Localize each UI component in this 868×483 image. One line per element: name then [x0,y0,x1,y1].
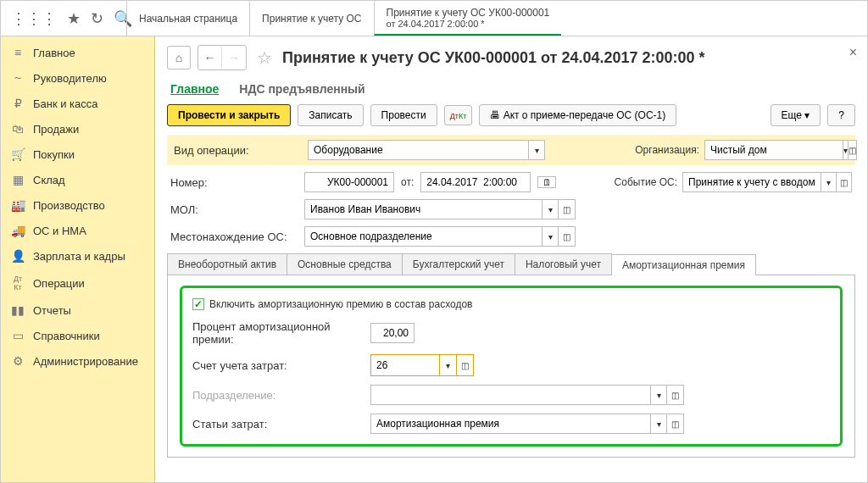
star-icon[interactable]: ★ [67,9,81,28]
dropdown-icon[interactable]: ▾ [439,355,456,375]
open-tabs: Начальная страница Принятие к учету ОС П… [126,1,561,36]
sidebar-item-production[interactable]: 🏭Производство [1,192,154,218]
location-field[interactable] [304,226,542,247]
dropdown-icon[interactable]: ▾ [528,140,545,160]
more-button[interactable]: Еще ▾ [771,104,821,126]
sidebar: ≡Главное ~Руководителю ₽Банк и касса 🛍Пр… [1,36,155,482]
debit-credit-button[interactable]: ДтКт [444,105,473,125]
include-bonus-checkbox[interactable]: ✓ [192,298,204,310]
open-ref-icon[interactable]: ◫ [667,414,684,434]
barchart-icon: ▮▮ [11,303,25,317]
open-ref-icon[interactable]: ◫ [559,226,576,247]
tab-asset-accept-list[interactable]: Принятие к учету ОС [249,1,373,36]
tab-tax-accounting[interactable]: Налоговый учет [515,253,612,275]
sidebar-item-purchases[interactable]: 🛒Покупки [1,142,154,167]
dropdown-icon[interactable]: ▾ [542,226,559,247]
dropdown-icon[interactable]: ▾ [650,385,667,405]
cost-item-field[interactable] [370,414,650,434]
cost-item-label: Статьи затрат: [192,418,362,430]
forward-button: → [222,46,246,69]
dropdown-icon[interactable]: ▾ [821,172,837,192]
op-type-field[interactable] [308,140,528,160]
sidebar-item-salary[interactable]: 👤Зарплата и кадры [1,243,154,269]
open-ref-icon[interactable]: ◫ [456,355,473,375]
number-field[interactable] [304,172,394,192]
tab-asset-accept-doc[interactable]: Принятие к учету ОС УК00-000001 от 24.04… [374,1,562,36]
op-type-label: Вид операции: [174,144,301,157]
sidebar-item-operations[interactable]: ДтКтОперации [1,269,154,297]
include-bonus-label: Включить амортизационную премию в состав… [209,298,472,310]
dropdown-icon[interactable]: ▾ [650,414,667,434]
sidebar-item-label: Операции [33,277,85,290]
subdivision-label: Подразделение: [192,389,362,402]
tab-depreciation-bonus[interactable]: Амортизационная премия [611,254,756,275]
favorite-star-icon[interactable]: ☆ [257,47,272,68]
tab-label: Принятие к учету ОС УК00-000001 [387,7,550,19]
location-label: Местонахождение ОС: [170,230,298,243]
calendar-icon[interactable]: 🗓 [537,176,556,188]
sidebar-item-bank[interactable]: ₽Банк и касса [1,91,154,116]
post-button[interactable]: Провести [370,104,437,126]
close-icon[interactable]: × [849,45,857,60]
open-ref-icon[interactable]: ◫ [667,385,684,405]
tab-fixed-assets[interactable]: Основные средства [287,253,403,275]
chart-icon: ~ [11,71,25,85]
apps-icon[interactable]: ⋮⋮⋮ [11,9,57,28]
topbar: ⋮⋮⋮ ★ ↻ 🔍 Начальная страница Принятие к … [1,1,867,36]
back-button[interactable]: ← [198,46,222,69]
boxes-icon: ▦ [11,173,25,186]
tab-noncurrent-asset[interactable]: Внеоборотный актив [167,253,287,275]
sidebar-item-label: ОС и НМА [33,225,86,237]
date-field[interactable] [420,172,531,192]
history-icon[interactable]: ↻ [91,9,103,28]
sidebar-item-label: Справочники [33,330,100,342]
sidebar-item-manager[interactable]: ~Руководителю [1,65,154,91]
org-label: Организация: [635,144,699,156]
tab-home[interactable]: Начальная страница [126,1,249,36]
open-ref-icon[interactable]: ◫ [559,199,576,219]
gear-icon: ⚙ [11,354,25,368]
cost-account-label: Счет учета затрат: [192,359,362,372]
open-ref-icon[interactable]: ◫ [849,140,857,160]
post-and-close-button[interactable]: Провести и закрыть [167,104,291,126]
menu-icon: ≡ [11,46,25,59]
bonus-highlight-box: ✓ Включить амортизационную премию в сост… [180,286,843,447]
section-tab-main[interactable]: Главное [170,82,219,96]
dropdown-icon[interactable]: ▾ [843,140,849,160]
sidebar-item-admin[interactable]: ⚙Администрирование [1,348,154,374]
tab-label: Начальная страница [139,13,237,25]
chevron-down-icon: ▾ [804,109,810,121]
sidebar-item-catalogs[interactable]: ▭Справочники [1,323,154,348]
sidebar-item-sales[interactable]: 🛍Продажи [1,116,154,142]
home-button[interactable]: ⌂ [167,46,191,69]
dropdown-icon[interactable]: ▾ [542,199,559,219]
truck-icon: 🚚 [11,224,25,237]
cost-account-field[interactable] [371,355,439,375]
sidebar-item-assets[interactable]: 🚚ОС и НМА [1,218,154,243]
person-icon: 👤 [11,249,25,263]
tab-accounting[interactable]: Бухгалтерский учет [402,253,515,275]
bag-icon: 🛍 [11,122,25,136]
print-act-button[interactable]: 🖶 Акт о приеме-передаче ОС (ОС-1) [479,104,676,126]
sidebar-item-reports[interactable]: ▮▮Отчеты [1,297,154,323]
percent-field[interactable] [370,323,415,343]
mol-label: МОЛ: [170,203,298,216]
sidebar-item-warehouse[interactable]: ▦Склад [1,167,154,192]
sidebar-item-label: Руководителю [33,72,107,85]
sidebar-item-label: Производство [33,199,105,212]
mol-field[interactable] [304,199,542,219]
help-button[interactable]: ? [827,104,855,126]
percent-label: Процент амортизационной премии: [192,320,362,346]
printer-icon: 🖶 [490,109,500,121]
open-ref-icon[interactable]: ◫ [837,172,852,192]
org-field[interactable] [704,140,843,160]
sidebar-item-label: Зарплата и кадры [33,250,125,263]
document-content: × ⌂ ← → ☆ Принятие к учету ОС УК00-00000… [155,36,867,482]
event-field[interactable] [682,172,821,192]
sidebar-item-main[interactable]: ≡Главное [1,40,154,65]
section-tab-vat[interactable]: НДС предъявленный [239,82,364,96]
subdivision-field[interactable] [370,385,650,405]
sidebar-item-label: Склад [33,174,65,186]
save-button[interactable]: Записать [298,104,363,126]
print-act-label: Акт о приеме-передаче ОС (ОС-1) [504,109,666,121]
